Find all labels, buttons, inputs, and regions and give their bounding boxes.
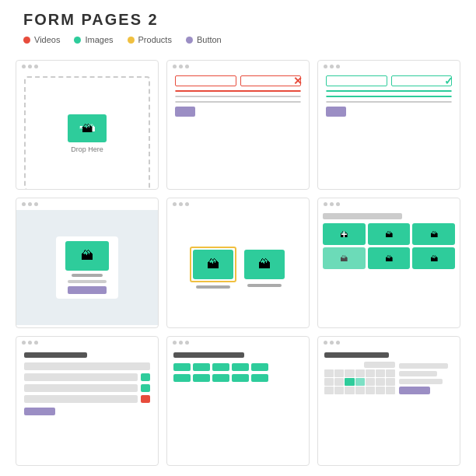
cal-day-21[interactable] bbox=[386, 387, 395, 394]
product-card-2[interactable] bbox=[243, 248, 286, 287]
bar-dot bbox=[28, 202, 32, 206]
bar-dot bbox=[173, 65, 177, 68]
month-selector[interactable] bbox=[364, 362, 395, 368]
product-card-1[interactable] bbox=[190, 247, 236, 289]
btn-chip-10[interactable] bbox=[251, 374, 268, 382]
form-field-s1[interactable] bbox=[326, 75, 387, 86]
card-bar-1 bbox=[16, 61, 158, 72]
cal-day-20[interactable] bbox=[376, 387, 385, 394]
btn-chip-2[interactable] bbox=[193, 363, 210, 371]
image-cell-4[interactable] bbox=[323, 247, 366, 269]
product-select-body bbox=[167, 210, 309, 324]
card-form-success[interactable]: ✓ bbox=[317, 60, 460, 190]
cal-day-2[interactable] bbox=[334, 369, 344, 377]
bar-dot bbox=[179, 202, 183, 206]
card-product-select[interactable] bbox=[166, 198, 310, 327]
drop-zone-area[interactable]: ↖🏔 Drop Here bbox=[24, 76, 150, 190]
cal-day-14[interactable] bbox=[386, 378, 395, 386]
bar-dot bbox=[179, 65, 183, 68]
cal-day-1[interactable] bbox=[324, 369, 334, 377]
product-add-btn[interactable] bbox=[68, 286, 107, 294]
card-drop-zone[interactable]: ↖🏔 Drop Here bbox=[16, 60, 159, 190]
dot-videos bbox=[23, 37, 30, 44]
btn-chip-9[interactable] bbox=[232, 374, 249, 382]
card-calendar[interactable] bbox=[317, 336, 460, 466]
btn-chip-5[interactable] bbox=[251, 363, 268, 371]
card-form-error[interactable]: ✕ bbox=[166, 60, 310, 190]
submit-button[interactable] bbox=[175, 107, 195, 117]
image-cell-2[interactable] bbox=[368, 223, 411, 245]
card-product-single[interactable] bbox=[16, 198, 159, 327]
product-name-line bbox=[72, 274, 103, 277]
form-textarea[interactable] bbox=[175, 101, 301, 103]
form7-add-btn[interactable] bbox=[141, 373, 150, 381]
cal-day-16[interactable] bbox=[334, 387, 344, 394]
image-add-btn[interactable] bbox=[323, 223, 366, 245]
submit-button-s[interactable] bbox=[326, 107, 346, 117]
form-textarea-s[interactable] bbox=[326, 101, 452, 103]
form7-field-3[interactable] bbox=[24, 384, 138, 392]
bar-dot bbox=[34, 65, 38, 68]
form7-row-4 bbox=[24, 395, 150, 403]
btn-chip-4[interactable] bbox=[232, 363, 249, 371]
calendar-submit-btn[interactable] bbox=[399, 387, 430, 394]
card-bar-9 bbox=[318, 337, 460, 348]
bar-dot bbox=[34, 341, 38, 345]
cal-day-7[interactable] bbox=[386, 369, 395, 377]
btn-chip-8[interactable] bbox=[212, 374, 229, 382]
btn-chip-3[interactable] bbox=[212, 363, 229, 371]
image-grid bbox=[323, 223, 455, 269]
cal-day-11[interactable] bbox=[355, 378, 365, 386]
image-cell-5[interactable] bbox=[368, 247, 411, 269]
form-field-s4[interactable] bbox=[326, 96, 452, 97]
form-field-2[interactable] bbox=[240, 75, 302, 86]
form-field-1[interactable] bbox=[175, 75, 236, 86]
cal-day-10-selected[interactable] bbox=[345, 378, 354, 386]
product-image-2 bbox=[244, 250, 285, 279]
card-image-grid[interactable] bbox=[317, 198, 460, 327]
form7-add-btn-2[interactable] bbox=[141, 384, 150, 392]
form7-field-4[interactable] bbox=[24, 395, 138, 403]
cal-day-19[interactable] bbox=[366, 387, 375, 394]
form-field-4[interactable] bbox=[175, 96, 301, 97]
cal-day-17[interactable] bbox=[345, 387, 354, 394]
btn-chip-6[interactable] bbox=[173, 374, 191, 382]
cal-day-3[interactable] bbox=[345, 369, 354, 377]
form-field-3[interactable] bbox=[175, 90, 301, 92]
cal-day-8[interactable] bbox=[324, 378, 334, 386]
cal-day-12[interactable] bbox=[366, 378, 375, 386]
form-list-body bbox=[16, 348, 158, 419]
page-title: FORM PAGES 2 bbox=[23, 11, 453, 29]
form-field-s2[interactable] bbox=[391, 75, 453, 86]
form-field-s3[interactable] bbox=[326, 90, 452, 92]
cal-day-9[interactable] bbox=[334, 378, 344, 386]
form-row-s1 bbox=[326, 75, 452, 86]
card-form-list[interactable] bbox=[16, 336, 159, 466]
cal-day-15[interactable] bbox=[324, 387, 334, 394]
product-frame-2 bbox=[243, 248, 286, 281]
cal-day-5[interactable] bbox=[366, 369, 375, 377]
card-button-grid[interactable] bbox=[166, 336, 310, 466]
calendar-grid-wrap bbox=[324, 362, 395, 394]
bar-dot bbox=[22, 65, 26, 68]
form7-remove-btn[interactable] bbox=[141, 395, 150, 403]
form7-field-1[interactable] bbox=[24, 362, 150, 370]
bar-dot bbox=[28, 341, 32, 345]
btn-chip-1[interactable] bbox=[173, 363, 191, 371]
product-card[interactable] bbox=[56, 236, 118, 299]
cal-info-line-3 bbox=[399, 379, 443, 384]
drop-text: Drop Here bbox=[71, 145, 103, 153]
error-icon: ✕ bbox=[293, 75, 303, 87]
image-cell-3[interactable] bbox=[412, 223, 455, 245]
cal-day-13[interactable] bbox=[376, 378, 385, 386]
form-row-1 bbox=[175, 75, 301, 86]
cal-day-18[interactable] bbox=[355, 387, 365, 394]
cal-day-6[interactable] bbox=[376, 369, 385, 377]
cal-day-4[interactable] bbox=[355, 369, 365, 377]
form7-row-1 bbox=[24, 362, 150, 370]
form7-submit[interactable] bbox=[24, 408, 55, 415]
btn-chip-7[interactable] bbox=[193, 374, 210, 382]
form7-field-2[interactable] bbox=[24, 373, 138, 381]
calendar-layout bbox=[324, 362, 453, 394]
image-cell-6[interactable] bbox=[412, 247, 455, 269]
